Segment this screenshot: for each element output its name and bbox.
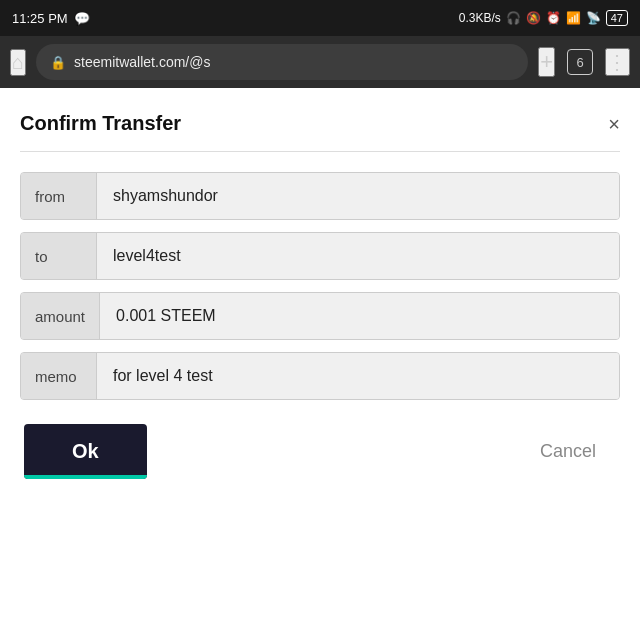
to-label: to [21,233,97,279]
to-value: level4test [97,233,619,279]
header-divider [20,151,620,152]
close-dialog-button[interactable]: × [608,114,620,134]
from-field-row: from shyamshundor [20,172,620,220]
url-bar[interactable]: 🔒 steemitwallet.com/@s [36,44,528,80]
tabs-count: 6 [576,55,583,70]
status-left: 11:25 PM 💬 [12,11,90,26]
memo-value: for level 4 test [97,353,619,399]
signal-icon: 📶 [566,11,581,25]
status-right: 0.3KB/s 🎧 🔕 ⏰ 📶 📡 47 [459,10,628,26]
memo-label: memo [21,353,97,399]
message-icon: 💬 [74,11,90,26]
cancel-button[interactable]: Cancel [520,425,616,478]
time-display: 11:25 PM [12,11,68,26]
mute-icon: 🔕 [526,11,541,25]
new-tab-button[interactable]: + [538,47,555,77]
browser-actions: + 6 ⋮ [538,47,630,77]
ok-button[interactable]: Ok [24,424,147,479]
dialog-header: Confirm Transfer × [20,112,620,135]
status-bar: 11:25 PM 💬 0.3KB/s 🎧 🔕 ⏰ 📶 📡 47 [0,0,640,36]
network-speed: 0.3KB/s [459,11,501,25]
amount-label: amount [21,293,100,339]
amount-field-row: amount 0.001 STEEM [20,292,620,340]
confirm-transfer-dialog: Confirm Transfer × from shyamshundor to … [0,88,640,499]
amount-value: 0.001 STEEM [100,293,619,339]
battery-indicator: 47 [606,10,628,26]
home-button[interactable]: ⌂ [10,49,26,76]
battery-value: 47 [611,12,623,24]
browser-bar: ⌂ 🔒 steemitwallet.com/@s + 6 ⋮ [0,36,640,88]
tabs-button[interactable]: 6 [567,49,593,75]
dialog-button-row: Ok Cancel [20,424,620,479]
more-options-button[interactable]: ⋮ [605,48,630,76]
memo-field-row: memo for level 4 test [20,352,620,400]
url-text: steemitwallet.com/@s [74,54,210,70]
from-value: shyamshundor [97,173,619,219]
headphone-icon: 🎧 [506,11,521,25]
alarm-icon: ⏰ [546,11,561,25]
dialog-title: Confirm Transfer [20,112,181,135]
to-field-row: to level4test [20,232,620,280]
lock-icon: 🔒 [50,55,66,70]
wifi-icon: 📡 [586,11,601,25]
from-label: from [21,173,97,219]
